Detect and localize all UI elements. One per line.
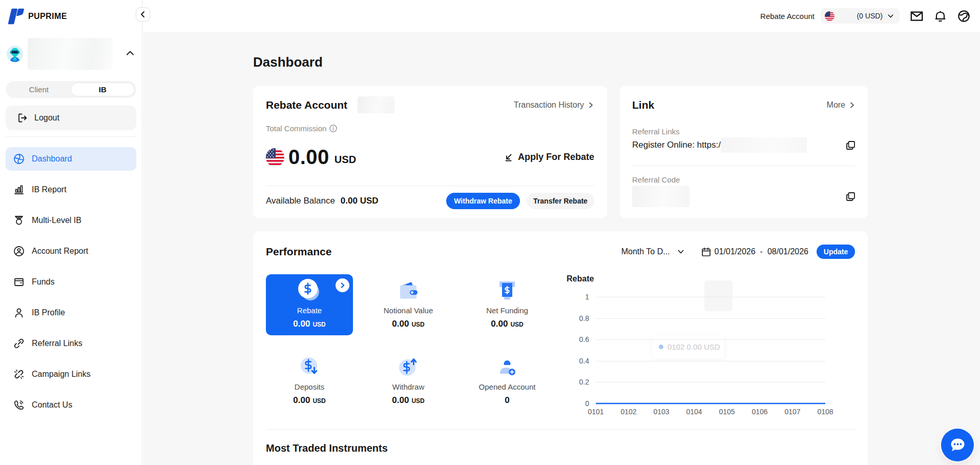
link-card-divider: [632, 166, 856, 166]
robot-avatar-icon: [7, 46, 23, 62]
chart-ytick-label: 0.4: [579, 357, 589, 365]
transaction-history-label: Transaction History: [514, 100, 584, 110]
chevron-right-icon: [848, 102, 856, 109]
bell-icon[interactable]: [934, 10, 947, 23]
rebate-card-title: Rebate Account: [266, 99, 347, 111]
profile-section[interactable]: [6, 37, 136, 70]
rebate-chart: Rebate 0102 0.00 USD 00.20.40.60.8101010…: [567, 274, 855, 414]
net-funding-icon: [495, 278, 519, 302]
tile-withdraw[interactable]: Withdraw0.00USD: [365, 351, 452, 412]
date-range-picker[interactable]: 01/01/2026 - 08/01/2026: [701, 247, 808, 257]
apply-rebate-icon: [504, 152, 513, 162]
page-title: Dashboard: [253, 54, 868, 70]
sidebar-item-ib-report[interactable]: IB Report: [6, 178, 136, 201]
account-selector[interactable]: (0 USD): [821, 8, 900, 24]
notional-wallet-icon: [396, 278, 421, 302]
update-button[interactable]: Update: [817, 245, 855, 259]
apply-for-rebate-link[interactable]: Apply For Rebate: [504, 152, 594, 163]
rebate-account-card: Rebate Account Transaction History Total…: [253, 86, 607, 218]
sidebar-item-account-report[interactable]: Account Report: [6, 239, 136, 263]
sidebar-collapse-button[interactable]: [136, 7, 150, 22]
sidebar-item-label: Referral Links: [32, 339, 82, 348]
globe-icon[interactable]: [957, 10, 970, 23]
withdraw-arrow-icon: [396, 355, 421, 378]
sidebar-item-ib-profile[interactable]: IB Profile: [6, 301, 136, 325]
app-window: PUPRIME Cli: [0, 0, 980, 465]
sidebar-item-label: IB Report: [32, 185, 67, 194]
logout-label: Logout: [34, 113, 59, 123]
referral-url-redacted: [721, 137, 807, 153]
sidebar-item-label: IB Profile: [32, 308, 65, 317]
toggle-client[interactable]: Client: [7, 83, 71, 96]
sidebar-nav: DashboardIB ReportMulti-Level IBAccount …: [6, 147, 136, 417]
tile-value: 0.00USD: [392, 395, 424, 406]
chat-fab-button[interactable]: [941, 429, 974, 461]
performance-divider: [266, 429, 855, 430]
link-card: Link More Referral Links Register Online…: [620, 86, 868, 218]
client-ib-toggle: Client IB: [6, 81, 136, 98]
sidebar-item-label: Funds: [32, 277, 54, 287]
chart-ytick-label: 0.2: [579, 378, 589, 386]
performance-title: Performance: [266, 246, 331, 258]
tile-notional-value[interactable]: Notional Value0.00USD: [365, 274, 452, 335]
opened-account-icon: [495, 355, 519, 378]
logout-button[interactable]: Logout: [6, 106, 136, 130]
sidebar-item-referral-links[interactable]: Referral Links: [6, 332, 136, 355]
tile-label: Opened Account: [479, 382, 536, 391]
sidebar-item-label: Contact Us: [32, 400, 72, 410]
chart-plot-area: 0102 0.00 USD 00.20.40.60.81010101020103…: [596, 297, 825, 403]
link-card-title: Link: [632, 99, 654, 111]
copy-icon[interactable]: [846, 192, 856, 201]
sidebar-item-multi-level-ib[interactable]: Multi-Level IB: [6, 209, 136, 232]
tile-arrow-button[interactable]: [336, 278, 349, 292]
tile-deposits[interactable]: Deposits0.00USD: [266, 351, 353, 412]
usd-flag-icon: [266, 148, 284, 167]
sidebar-item-funds[interactable]: Funds: [6, 270, 136, 294]
sidebar-item-dashboard[interactable]: Dashboard: [6, 147, 136, 171]
sidebar-divider: [6, 136, 136, 137]
transaction-history-link[interactable]: Transaction History: [514, 100, 594, 110]
tile-label: Notional Value: [384, 306, 433, 315]
funds-icon: [13, 276, 25, 288]
most-traded-title: Most Traded Instruments: [266, 442, 855, 454]
mail-icon[interactable]: [910, 10, 923, 23]
chart-xtick-label: 0103: [653, 408, 669, 416]
chart-ytick-label: 0.6: [579, 335, 589, 343]
dashboard-icon: [13, 153, 25, 165]
rebate-card-divider: [266, 186, 594, 186]
chart-xtick-label: 0108: [817, 408, 833, 416]
account-report-icon: [13, 246, 25, 257]
transfer-rebate-button[interactable]: Transfer Rebate: [527, 193, 594, 209]
rebate-coin-icon: [296, 278, 323, 302]
chevron-up-icon[interactable]: [126, 49, 135, 58]
info-icon[interactable]: [329, 125, 337, 132]
topbar: Rebate Account (0 USD): [143, 0, 980, 32]
available-balance-value: 0.00 USD: [341, 196, 379, 206]
rebate-account-label: Rebate Account: [760, 12, 815, 21]
chart-xtick-label: 0105: [719, 408, 735, 416]
sidebar-item-label: Campaign Links: [32, 370, 91, 379]
withdraw-rebate-button[interactable]: Withdraw Rebate: [446, 193, 520, 209]
account-balance: (0 USD): [857, 12, 883, 20]
more-link[interactable]: More: [827, 100, 856, 110]
copy-icon[interactable]: [846, 140, 856, 150]
tile-unit: USD: [510, 321, 523, 328]
tile-rebate[interactable]: Rebate0.00USD: [266, 274, 353, 335]
date-range-select[interactable]: Month To D...: [621, 247, 684, 256]
ib-profile-icon: [13, 307, 25, 318]
tile-unit: USD: [411, 397, 424, 405]
tile-value: 0.00USD: [491, 319, 523, 329]
tile-net-funding[interactable]: Net Funding0.00USD: [464, 274, 551, 335]
referral-links-label: Referral Links: [632, 127, 856, 136]
puprime-logo-icon: [8, 8, 25, 25]
toggle-ib[interactable]: IB: [71, 83, 135, 96]
sidebar-item-campaign-links[interactable]: Campaign Links: [6, 362, 136, 386]
us-flag-icon: [825, 11, 835, 21]
performance-tiles: Rebate0.00USDNotional Value0.00USDNet Fu…: [266, 274, 551, 414]
date-separator: -: [760, 247, 763, 256]
sidebar-item-contact-us[interactable]: Contact Us: [6, 393, 136, 417]
tile-opened-account[interactable]: Opened Account0: [464, 351, 551, 412]
profile-name-redacted: [28, 38, 113, 70]
date-from: 01/01/2026: [715, 247, 756, 256]
tile-label: Rebate: [297, 306, 322, 315]
